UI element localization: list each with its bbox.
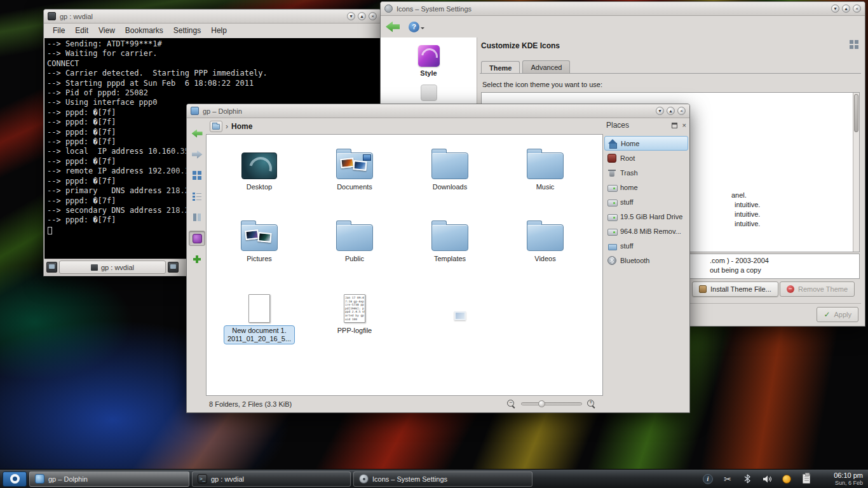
minimize-icon[interactable]: ▾ <box>656 107 664 115</box>
folder-item-documents[interactable]: Documents <box>307 139 402 210</box>
places-item-hard-drive[interactable]: 19.5 GiB Hard Drive <box>604 209 688 224</box>
split-view-button[interactable] <box>189 252 205 267</box>
place-label: home <box>620 184 638 191</box>
menu-edit[interactable]: Edit <box>70 26 93 35</box>
places-panel-title: Places <box>606 121 629 130</box>
style-category-label[interactable]: Style <box>420 69 437 77</box>
folder-item-desktop[interactable]: Desktop <box>212 139 307 210</box>
zoom-in-icon[interactable]: + <box>587 400 596 409</box>
places-item-home[interactable]: Home <box>604 136 688 151</box>
list-scrollbar[interactable] <box>853 93 859 252</box>
details-view-icon <box>193 192 201 201</box>
places-item-trash[interactable]: Trash <box>604 165 688 180</box>
volume-icon[interactable] <box>761 473 773 485</box>
settings-window-title: Icons – System Settings <box>397 5 471 13</box>
close-panel-icon[interactable]: × <box>682 122 686 128</box>
columns-view-button[interactable] <box>189 210 205 225</box>
preview-button[interactable] <box>189 231 205 246</box>
dolphin-window-title: gp – Dolphin <box>203 107 242 115</box>
digital-clock[interactable]: 06:10 pm Sun, 6 Feb <box>820 471 865 487</box>
taskbar-item-wvdial[interactable]: >_ gp : wvdial <box>192 471 351 487</box>
icons-view-button[interactable] <box>189 168 205 183</box>
terminal-titlebar[interactable]: gp : wvdial ▾ ▴ × <box>44 10 381 24</box>
folder-item-downloads[interactable]: Downloads <box>402 139 498 210</box>
folder-item-pictures[interactable]: Pictures <box>212 210 307 282</box>
documents-folder-icon <box>336 152 373 179</box>
folder-item-templates[interactable]: Templates <box>402 210 498 282</box>
view-grid-icon[interactable] <box>850 40 858 49</box>
menu-view[interactable]: View <box>93 26 120 35</box>
list-text-fragment: intuitive. <box>735 220 760 227</box>
folder-icon <box>431 224 468 251</box>
maximize-icon[interactable]: ▴ <box>667 107 675 115</box>
updates-icon[interactable] <box>781 473 792 485</box>
breadcrumb-home[interactable]: Home <box>231 122 252 131</box>
file-item-ppp-logfile[interactable]: Jan 17 09:4 7:18 gp-Asp ire-5738 pp pd[1… <box>307 282 402 354</box>
tab-theme[interactable]: Theme <box>481 61 520 74</box>
list-text-fragment: intuitive. <box>735 210 760 218</box>
remove-theme-button[interactable]: − Remove Theme <box>780 281 855 297</box>
preview-thumbnail <box>353 160 367 171</box>
notifications-icon[interactable]: i <box>702 473 714 485</box>
scissors-icon[interactable]: ✂ <box>722 473 733 485</box>
places-item-stuff-2[interactable]: stuff <box>604 238 688 253</box>
place-label: 964.8 MiB Remov... <box>620 227 681 235</box>
close-icon[interactable]: × <box>677 107 686 115</box>
zoom-out-icon[interactable]: − <box>507 400 516 409</box>
taskbar-item-dolphin[interactable]: gp – Dolphin <box>29 471 189 487</box>
clock-time: 06:10 pm <box>820 471 863 479</box>
dolphin-titlebar[interactable]: gp – Dolphin ▾ ▴ × <box>187 104 689 118</box>
places-item-removable[interactable]: 964.8 MiB Remov... <box>604 224 688 238</box>
file-item-new-document[interactable]: New document 1. 2011_01_20_16_5... <box>212 282 307 354</box>
folder-item-music[interactable]: Music <box>498 139 593 210</box>
menu-settings[interactable]: Settings <box>168 26 206 35</box>
tab-list-icon[interactable] <box>168 262 179 273</box>
places-item-bluetooth[interactable]: Bluetooth <box>604 253 688 268</box>
maximize-icon[interactable]: ▴ <box>842 4 850 13</box>
scrollbar-thumb[interactable] <box>854 94 858 132</box>
dolphin-file-view[interactable]: Desktop Documents Downloads Music <box>206 134 603 396</box>
close-icon[interactable]: × <box>853 4 861 13</box>
folder-item-videos[interactable]: Videos <box>498 210 593 282</box>
terminal-tab[interactable]: gp : wvdial <box>59 261 166 274</box>
minimize-icon[interactable]: ▾ <box>831 4 839 13</box>
menu-bookmarks[interactable]: Bookmarks <box>120 26 168 35</box>
forward-button[interactable] <box>189 147 205 162</box>
tab-advanced[interactable]: Advanced <box>522 60 570 73</box>
apply-label: Apply <box>834 311 851 318</box>
back-button[interactable] <box>189 126 205 141</box>
install-theme-button[interactable]: Install Theme File... <box>692 281 778 297</box>
float-panel-icon[interactable] <box>672 123 677 128</box>
taskbar-item-system-settings[interactable]: Icons – System Settings <box>353 471 532 487</box>
apply-button[interactable]: ✓ Apply <box>817 307 858 322</box>
folder-icon <box>336 224 373 251</box>
settings-titlebar[interactable]: Icons – System Settings ▾ ▴ × <box>381 2 865 16</box>
klipper-icon[interactable] <box>801 473 812 485</box>
dolphin-statusbar: 8 Folders, 2 Files (3.3 KiB) − + <box>187 396 689 412</box>
bluetooth-tray-icon[interactable] <box>742 473 753 485</box>
taskbar: gp – Dolphin >_ gp : wvdial Icons – Syst… <box>0 469 868 488</box>
places-item-home-partition[interactable]: home <box>604 180 688 194</box>
back-arrow-icon[interactable] <box>386 22 400 32</box>
help-icon[interactable]: ? <box>409 22 419 32</box>
menu-help[interactable]: Help <box>206 26 232 35</box>
sidebar-secondary-icon[interactable] <box>421 85 437 101</box>
settings-toolbar: ? <box>381 16 865 37</box>
details-view-button[interactable] <box>189 189 205 204</box>
zoom-slider-handle[interactable] <box>538 400 545 407</box>
maximize-icon[interactable]: ▴ <box>358 12 366 20</box>
minimize-icon[interactable]: ▾ <box>347 12 355 20</box>
menu-file[interactable]: File <box>48 26 70 35</box>
close-icon[interactable]: × <box>369 12 377 20</box>
style-category-icon[interactable] <box>418 45 440 67</box>
dolphin-window: gp – Dolphin ▾ ▴ × › Home Places × <box>186 104 690 413</box>
file-label-line1: New document 1. <box>227 327 291 335</box>
folder-item-public[interactable]: Public <box>307 210 402 282</box>
places-item-root[interactable]: Root <box>604 151 688 165</box>
application-launcher-button[interactable] <box>3 471 27 487</box>
zoom-slider[interactable] <box>521 402 582 405</box>
new-tab-icon[interactable] <box>46 262 57 273</box>
places-root-icon[interactable] <box>210 121 222 132</box>
places-item-stuff[interactable]: stuff <box>604 194 688 209</box>
bluetooth-icon <box>607 256 616 265</box>
